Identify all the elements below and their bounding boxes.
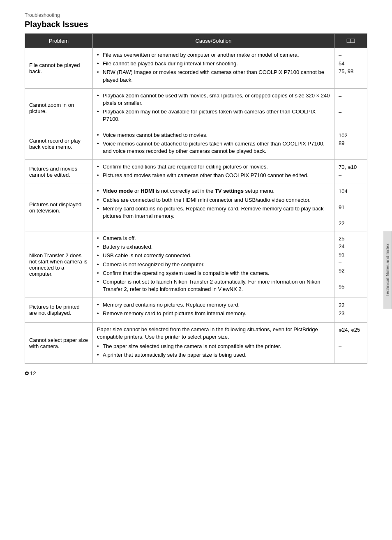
cause-item: Playback zoom may not be available for p…: [97, 108, 330, 123]
footer-page: 12: [30, 370, 36, 376]
problem-cell: Pictures and movies cannot be edited.: [25, 160, 93, 184]
ref-cell: 70, ⊕10–: [334, 160, 367, 184]
table-row: Cannot record or play back voice memo.Vo…: [25, 128, 367, 160]
cause-cell: Confirm the conditions that are required…: [93, 160, 334, 184]
cause-cell: File was overwritten or renamed by compu…: [93, 48, 334, 89]
problem-cell: Pictures not displayed on television.: [25, 184, 93, 231]
cause-item: Pictures and movies taken with cameras o…: [97, 172, 330, 179]
ref-cell: 252491–9295: [334, 231, 367, 298]
problem-cell: Nikon Transfer 2 does not start when cam…: [25, 231, 93, 298]
cause-cell: Video mode or HDMI is not correctly set …: [93, 184, 334, 231]
cause-item: Cables are connected to both the HDMI mi…: [97, 196, 330, 204]
ref-cell: 2223: [334, 298, 367, 322]
section-label: Troubleshooting: [25, 12, 367, 18]
cause-item: Confirm that the operating system used i…: [97, 270, 330, 277]
table-row: Pictures to be printed are not displayed…: [25, 298, 367, 322]
problem-cell: Cannot record or play back voice memo.: [25, 128, 93, 160]
problem-cell: Cannot zoom in on picture.: [25, 88, 93, 128]
book-icon: □□: [347, 37, 355, 44]
table-row: File cannot be played back.File was over…: [25, 48, 367, 89]
footer-icon: ✿: [25, 370, 29, 376]
issues-table: Problem Cause/Solution □□ File cannot be…: [25, 33, 367, 364]
cause-item: NRW (RAW) images or movies recorded with…: [97, 69, 330, 83]
cause-cell: Playback zoom cannot be used with movies…: [93, 88, 334, 128]
ref-cell: 10289: [334, 128, 367, 160]
cause-item: A printer that automatically sets the pa…: [97, 351, 330, 359]
table-row: Pictures not displayed on television.Vid…: [25, 184, 367, 231]
cause-item: Battery is exhausted.: [97, 243, 330, 251]
cause-cell: Memory card contains no pictures. Replac…: [93, 298, 334, 322]
table-row: Cannot select paper size with camera.Pap…: [25, 322, 367, 364]
table-row: Cannot zoom in on picture.Playback zoom …: [25, 88, 367, 128]
table-row: Nikon Transfer 2 does not start when cam…: [25, 231, 367, 298]
section-title: Playback Issues: [25, 20, 367, 29]
col-header-problem: Problem: [25, 34, 93, 48]
page-container: Troubleshooting Playback Issues Problem …: [0, 0, 392, 401]
cause-item: Camera is not recognized by the computer…: [97, 261, 330, 268]
cause-item: File cannot be played back during interv…: [97, 60, 330, 67]
cause-item: Memory card contains no pictures. Replac…: [97, 301, 330, 309]
ref-cell: ––: [334, 88, 367, 128]
col-header-cause: Cause/Solution: [93, 34, 334, 48]
problem-cell: Cannot select paper size with camera.: [25, 322, 93, 364]
cause-item: Remove memory card to print pictures fro…: [97, 310, 330, 317]
cause-item: Voice memos cannot be attached to movies…: [97, 132, 330, 139]
cause-item: File was overwritten or renamed by compu…: [97, 51, 330, 59]
cause-item: Video mode or HDMI is not correctly set …: [97, 187, 330, 195]
cause-item: Confirm the conditions that are required…: [97, 163, 330, 171]
cause-item: Voice memos cannot be attached to pictur…: [97, 140, 330, 155]
cause-item: Memory card contains no pictures. Replac…: [97, 205, 330, 220]
table-row: Pictures and movies cannot be edited.Con…: [25, 160, 367, 184]
cause-cell: Camera is off.Battery is exhausted.USB c…: [93, 231, 334, 298]
col-header-ref: □□: [334, 34, 367, 48]
problem-cell: File cannot be played back.: [25, 48, 93, 89]
cause-item: Playback zoom cannot be used with movies…: [97, 92, 330, 107]
ref-cell: –5475, 98: [334, 48, 367, 89]
problem-cell: Pictures to be printed are not displayed…: [25, 298, 93, 322]
cause-item: Camera is off.: [97, 235, 330, 242]
side-tab: Technical Notes and Index: [383, 231, 392, 309]
footer: ✿12: [25, 370, 367, 376]
cause-cell: Paper size cannot be selected from the c…: [93, 322, 334, 364]
cause-item: USB cable is not correctly connected.: [97, 252, 330, 259]
cause-cell: Voice memos cannot be attached to movies…: [93, 128, 334, 160]
cause-item: Computer is not set to launch Nikon Tran…: [97, 278, 330, 293]
ref-cell: ⊕24, ⊕25–: [334, 322, 367, 364]
cause-item: The paper size selected using the camera…: [97, 343, 330, 350]
ref-cell: 1049122: [334, 184, 367, 231]
